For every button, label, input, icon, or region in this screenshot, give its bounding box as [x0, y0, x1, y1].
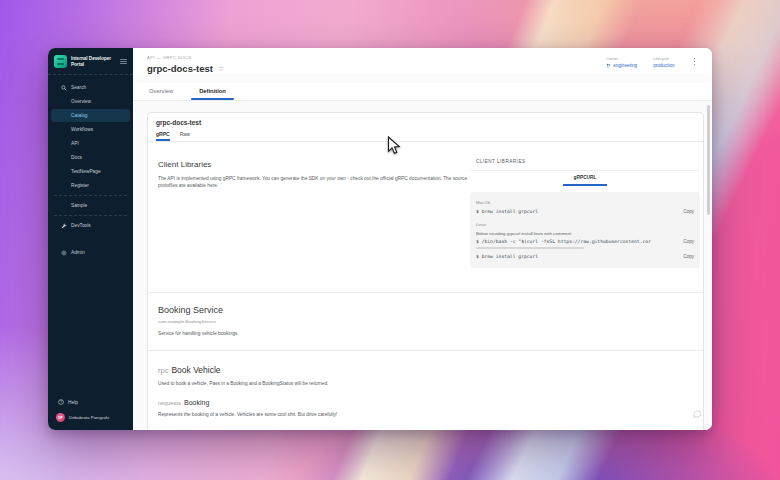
avatar-initials: DP — [58, 416, 63, 420]
card-title: grpc-docs-test — [156, 119, 695, 126]
search-icon — [61, 85, 67, 91]
horizontal-scrollbar[interactable] — [476, 247, 584, 249]
sidebar-item-label: DevTools — [71, 223, 91, 228]
sidebar-item-label: Catalog — [61, 113, 88, 118]
sidebar-item-label: Search — [71, 85, 86, 90]
sidebar-item-label: Admin — [71, 250, 85, 255]
sidebar-item-testnewpage[interactable]: TestNewPage — [51, 165, 130, 178]
tab-overview[interactable]: Overview — [147, 83, 175, 100]
sidebar-divider — [54, 215, 127, 216]
linux-install-command-2: $ brew install grpcurl — [476, 254, 538, 259]
rpc-description: Used to book a vehicle. Pass in a Bookin… — [158, 381, 693, 386]
install-code-box: MacOS $ brew install grpcurl Copy Linux … — [470, 192, 700, 268]
tab-raw[interactable]: Raw — [180, 131, 190, 141]
group-icon — [606, 63, 611, 68]
sidebar-item-catalog[interactable]: Catalog — [51, 109, 130, 122]
gear-icon — [61, 250, 67, 256]
portal-logo-icon — [54, 55, 67, 68]
client-libraries-description: The API is implemented using gRPC framew… — [158, 175, 470, 189]
linux-label: Linux — [476, 222, 694, 227]
svg-text:?: ? — [60, 400, 62, 404]
tab-definition[interactable]: Definition — [197, 83, 228, 100]
sidebar-item-label: API — [61, 141, 79, 146]
app-window: Internal Developer Portal Search Overvie… — [48, 48, 712, 430]
sidebar-item-api[interactable]: API — [51, 137, 130, 150]
linux-comment: Below incoding grpcurl install linex wit… — [476, 231, 694, 236]
booking-service-section: Booking Service com.example.BookingServi… — [148, 293, 703, 350]
vertical-scrollbar[interactable] — [707, 105, 711, 215]
macos-label: MacOS — [476, 200, 694, 205]
sidebar-item-docs[interactable]: Docs — [51, 151, 130, 164]
sidebar-item-label: Docs — [61, 155, 82, 160]
client-libraries-panel: CLIENT LIBRARIES gRPCURL MacOS $ brew in… — [470, 156, 700, 268]
avatar: DP — [56, 413, 65, 422]
service-heading: Booking Service — [158, 305, 693, 315]
copy-button[interactable]: Copy — [679, 239, 694, 244]
help-label: Help — [68, 400, 78, 405]
tab-grpc[interactable]: gRPC — [156, 131, 170, 141]
sidebar-item-search[interactable]: Search — [51, 81, 130, 94]
copy-button[interactable]: Copy — [679, 254, 694, 259]
owner-block: Owner engineering — [606, 56, 637, 68]
more-options-kebab-icon[interactable] — [691, 56, 698, 67]
sidebar-item-label: Sample — [61, 203, 87, 208]
sidebar-item-overview[interactable]: Overview — [51, 95, 130, 108]
service-fqn: com.example.BookingService — [158, 319, 693, 324]
help-icon: ? — [58, 399, 64, 405]
tab-grpcurl[interactable]: gRPCURL — [563, 175, 607, 186]
page-title: grpc-docs-test — [147, 63, 213, 74]
feedback-bubble-icon[interactable] — [693, 405, 702, 414]
sidebar: Internal Developer Portal Search Overvie… — [48, 48, 133, 430]
logo-row: Internal Developer Portal — [48, 48, 133, 75]
card-tabs: gRPC Raw — [156, 131, 695, 141]
sidebar-item-help[interactable]: ? Help — [48, 395, 133, 409]
client-libraries-section: Client Libraries The API is implemented … — [148, 142, 703, 292]
copy-button[interactable]: Copy — [679, 209, 694, 214]
macos-install-command: $ brew install grpcurl — [476, 209, 538, 214]
definition-card: grpc-docs-test gRPC Raw Client Libraries… — [147, 112, 704, 430]
logo-line2: Portal — [71, 62, 116, 67]
favorite-star-icon[interactable]: ☆ — [218, 65, 224, 72]
request-name: Booking — [184, 399, 209, 406]
request-description: Represents the booking of a vehicle. Veh… — [158, 412, 693, 417]
lifecycle-label: Lifecycle — [653, 56, 674, 61]
rpc-name: Book Vehicle — [171, 365, 220, 375]
wrench-icon — [61, 223, 67, 229]
sidebar-pin-icon[interactable] — [120, 59, 127, 65]
sidebar-footer: ? Help DP Debabrata Panigrahi — [48, 395, 133, 430]
sidebar-item-sample[interactable]: Sample — [51, 199, 130, 212]
entity-meta: Owner engineering Lifecycle production — [606, 56, 698, 68]
owner-link[interactable]: engineering — [606, 63, 637, 68]
sidebar-item-label: TestNewPage — [61, 169, 101, 174]
main-content: API — GRPC DOCS grpc-docs-test ☆ Owner e… — [133, 48, 712, 430]
request-keyword: requests — [158, 400, 181, 406]
sidebar-item-label: Register — [61, 183, 89, 188]
rpc-book-vehicle-section: rpc Book Vehicle Used to book a vehicle.… — [148, 351, 703, 427]
lifecycle-value: production — [653, 63, 674, 68]
sidebar-item-devtools[interactable]: DevTools — [51, 219, 130, 232]
user-menu[interactable]: DP Debabrata Panigrahi — [48, 409, 133, 430]
sidebar-item-label: Overview — [61, 99, 91, 104]
sidebar-item-register[interactable]: Register — [51, 179, 130, 192]
user-name: Debabrata Panigrahi — [69, 415, 109, 420]
sidebar-item-admin[interactable]: Admin — [51, 246, 130, 259]
sidebar-item-workflows[interactable]: Workflows — [51, 123, 130, 136]
portal-logo-title: Internal Developer Portal — [71, 56, 116, 67]
lifecycle-block: Lifecycle production — [653, 56, 674, 68]
linux-install-command: $ /bin/bash -c "$(curl -fsSL https://raw… — [476, 239, 651, 244]
sidebar-nav: Search Overview Catalog Workflows API Do… — [48, 75, 133, 259]
panel-header: CLIENT LIBRARIES — [470, 156, 700, 171]
owner-value: engineering — [613, 63, 637, 68]
sidebar-divider — [54, 195, 127, 196]
logo-line1: Internal Developer — [71, 56, 116, 61]
owner-label: Owner — [606, 56, 637, 61]
service-description: Service for handling vehicle bookings. — [158, 331, 693, 336]
sidebar-item-label: Workflows — [61, 127, 93, 132]
rpc-keyword: rpc — [158, 366, 168, 375]
page-tabs: Overview Definition — [133, 83, 712, 101]
